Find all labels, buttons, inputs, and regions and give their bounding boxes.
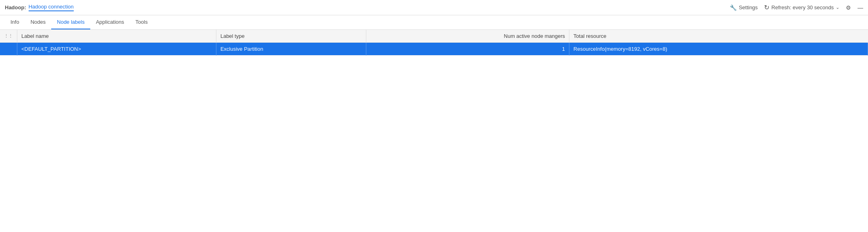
chevron-down-icon: ⌄ [836,5,839,10]
wrench-icon [730,4,737,11]
top-bar: Hadoop: Hadoop connection Settings Refre… [0,0,868,15]
tab-nodes[interactable]: Nodes [25,15,52,29]
gear-icon [846,4,851,11]
col-header-label-type: Label type [216,30,366,43]
col-header-label-name: Label name [17,30,216,43]
settings-label: Settings [739,4,758,10]
settings-button[interactable]: Settings [730,4,758,11]
refresh-button[interactable]: Refresh: every 30 seconds ⌄ [764,4,839,11]
node-labels-table: ⋮⋮ Label name Label type Num active node… [0,30,868,56]
cell-num-active: 1 [366,43,569,56]
tab-info[interactable]: Info [5,15,25,29]
gear-button[interactable] [846,4,851,11]
tab-tools-label: Tools [135,19,147,25]
hadoop-label: Hadoop: [5,4,26,10]
cell-label-type: Exclusive Partition [216,43,366,56]
bars-icon: ⋮⋮ [4,33,13,38]
cell-total-resource: ResourceInfo(memory=8192, vCores=8) [569,43,868,56]
main-content: ⋮⋮ Label name Label type Num active node… [0,30,868,232]
refresh-icon [764,4,769,11]
minimize-button[interactable] [858,3,863,12]
table-header-row: ⋮⋮ Label name Label type Num active node… [0,30,868,43]
tab-applications[interactable]: Applications [90,15,130,29]
col-resize-handle[interactable]: ⋮⋮ [0,30,17,43]
tab-node-labels[interactable]: Node labels [51,15,90,29]
col-header-total-resource: Total resource [569,30,868,43]
tab-bar: Info Nodes Node labels Applications Tool… [0,15,868,30]
minus-icon [858,3,863,11]
connection-name: Hadoop connection [29,4,74,11]
table-row[interactable]: <DEFAULT_PARTITION> Exclusive Partition … [0,43,868,56]
top-bar-left: Hadoop: Hadoop connection [5,4,74,11]
top-bar-right: Settings Refresh: every 30 seconds ⌄ [730,3,863,12]
refresh-label: Refresh: every 30 seconds [771,4,834,10]
col-header-num-active: Num active node mangers [366,30,569,43]
tab-tools[interactable]: Tools [130,15,153,29]
tab-nodes-label: Nodes [31,19,46,25]
tab-info-label: Info [10,19,19,25]
cell-label-name: <DEFAULT_PARTITION> [17,43,216,56]
row-resize-handle [0,43,17,56]
tab-applications-label: Applications [96,19,124,25]
tab-node-labels-label: Node labels [57,19,85,25]
